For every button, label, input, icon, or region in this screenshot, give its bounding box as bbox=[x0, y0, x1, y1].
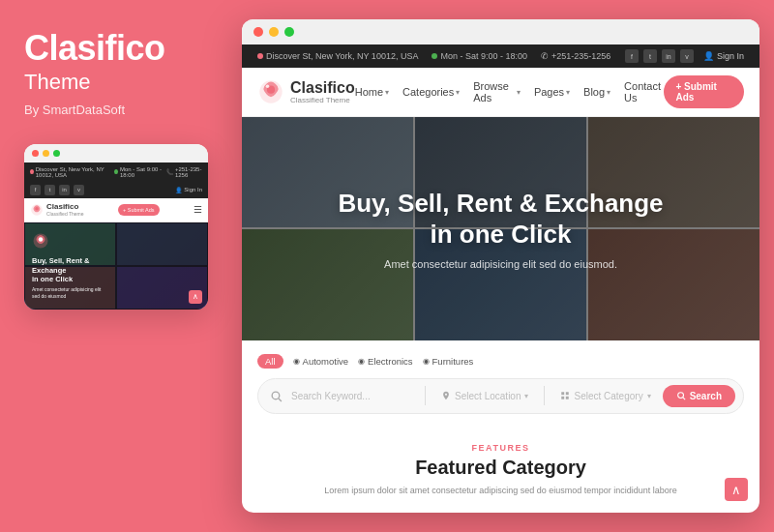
search-btn-icon bbox=[676, 391, 686, 400]
mini-social-icons: f t in v bbox=[30, 185, 84, 195]
mini-twitter-icon: t bbox=[45, 185, 55, 195]
nav-browse-ads[interactable]: Browse Ads ▾ bbox=[473, 80, 521, 103]
left-panel: Clasifico Theme By SmartDataSoft Discove… bbox=[0, 0, 232, 532]
social-icons: f t in v bbox=[625, 49, 694, 63]
filter-tabs: All ◉ Automotive ◉ Electronics ◉ Furnitu… bbox=[257, 354, 744, 369]
topbar-address: Discover St, New York, NY 10012, USA bbox=[257, 51, 418, 61]
brand-by: By SmartDataSoft bbox=[24, 103, 208, 117]
nav-pages[interactable]: Pages ▾ bbox=[534, 86, 570, 98]
site-hero: Buy, Sell, Rent & Exchangein one Click A… bbox=[242, 117, 759, 340]
mini-hours-dot bbox=[114, 169, 118, 174]
svg-line-14 bbox=[683, 398, 685, 399]
category-arrow: ▾ bbox=[647, 392, 651, 400]
search-row: Search Keyword... Select Location ▾ bbox=[257, 378, 744, 414]
browser-dot-green bbox=[284, 27, 294, 37]
svg-rect-11 bbox=[562, 397, 565, 399]
svg-point-6 bbox=[266, 84, 270, 88]
mini-hero-subtitle: Amet consectetur adipisicing elitsed do … bbox=[32, 286, 101, 299]
topbar-hours: Mon - Sat 9:00 - 18:00 bbox=[432, 51, 527, 61]
search-keyword-input[interactable]: Search Keyword... bbox=[291, 391, 415, 401]
location-icon bbox=[441, 391, 451, 400]
categories-arrow-icon: ▾ bbox=[456, 88, 460, 97]
svg-point-1 bbox=[35, 207, 39, 211]
mini-dot-red bbox=[32, 150, 39, 157]
submit-ads-button[interactable]: + Submit Ads bbox=[664, 75, 744, 108]
hero-subtitle: Amet consectetur adipisicing elit sed do… bbox=[384, 258, 617, 270]
furnitures-dot: ◉ bbox=[423, 357, 430, 366]
browser-dot-red bbox=[253, 27, 263, 37]
browser-window: Discover St, New York, NY 10012, USA Mon… bbox=[242, 19, 759, 513]
nav-logo: Clasifico Classified Theme bbox=[257, 78, 355, 105]
mini-phone: 📞 +251-235-1256 bbox=[166, 166, 202, 178]
site-topbar: Discover St, New York, NY 10012, USA Mon… bbox=[242, 44, 759, 68]
mini-logo-icon bbox=[30, 203, 44, 217]
svg-rect-12 bbox=[566, 397, 569, 399]
nav-links: Home ▾ Categories ▾ Browse Ads ▾ Pages ▾… bbox=[355, 80, 665, 103]
twitter-icon[interactable]: t bbox=[643, 49, 657, 63]
hero-title: Buy, Sell, Rent & Exchangein one Click bbox=[338, 188, 663, 251]
browser-dot-yellow bbox=[269, 27, 279, 37]
hero-content: Buy, Sell, Rent & Exchangein one Click A… bbox=[242, 117, 759, 340]
location-select[interactable]: Select Location ▾ bbox=[435, 391, 534, 401]
search-area: All ◉ Automotive ◉ Electronics ◉ Furnitu… bbox=[242, 340, 759, 428]
nav-contact[interactable]: Contact Us bbox=[624, 80, 664, 103]
nav-home[interactable]: Home ▾ bbox=[355, 86, 389, 98]
pages-arrow-icon: ▾ bbox=[566, 88, 570, 97]
browser-chrome bbox=[242, 19, 759, 44]
svg-rect-10 bbox=[566, 392, 569, 395]
search-icon bbox=[266, 386, 285, 405]
search-divider-1 bbox=[425, 386, 426, 405]
mini-address: Discover St, New York, NY 10012, USA bbox=[30, 166, 110, 178]
mini-social-bar: f t in v 👤 Sign In bbox=[24, 182, 208, 198]
electronics-dot: ◉ bbox=[358, 357, 365, 366]
mini-facebook-icon: f bbox=[30, 185, 41, 195]
mini-hero-text: Buy, Sell, Rent &Exchangein one Click Am… bbox=[32, 232, 101, 299]
filter-tab-electronics[interactable]: ◉ Electronics bbox=[358, 356, 412, 367]
mini-signin: 👤 Sign In bbox=[175, 187, 202, 193]
features-section: FEATURES Featured Category Lorem ipsum d… bbox=[242, 428, 759, 514]
mini-hero: Buy, Sell, Rent &Exchangein one Click Am… bbox=[24, 222, 208, 310]
mini-topbar: Discover St, New York, NY 10012, USA Mon… bbox=[24, 163, 208, 182]
user-icon: 👤 bbox=[703, 51, 714, 61]
features-label: FEATURES bbox=[261, 443, 740, 453]
svg-point-7 bbox=[272, 392, 280, 399]
site-topbar-right: f t in v 👤 Sign In bbox=[625, 49, 744, 63]
mini-logo-text-block: Clasifico Classified Theme bbox=[46, 203, 84, 217]
features-title: Featured Category bbox=[261, 457, 740, 479]
nav-logo-icon bbox=[257, 78, 284, 105]
site-navbar: Clasifico Classified Theme Home ▾ Catego… bbox=[242, 68, 759, 117]
mini-dot-yellow bbox=[43, 150, 49, 157]
signin-link[interactable]: 👤 Sign In bbox=[703, 51, 744, 61]
filter-tab-all[interactable]: All bbox=[257, 354, 283, 369]
features-desc: Lorem ipsum dolor sit amet consectetur a… bbox=[261, 485, 740, 498]
scroll-top-button[interactable]: ∧ bbox=[725, 478, 748, 501]
right-panel: Discover St, New York, NY 10012, USA Mon… bbox=[232, 0, 774, 532]
facebook-icon[interactable]: f bbox=[625, 49, 639, 63]
mini-navbar: Clasifico Classified Theme + Submit Ads … bbox=[24, 198, 208, 222]
filter-tab-automotive[interactable]: ◉ Automotive bbox=[293, 356, 349, 367]
svg-point-3 bbox=[39, 237, 44, 242]
svg-line-8 bbox=[278, 398, 281, 400]
brand-subtitle: Theme bbox=[24, 70, 208, 95]
mini-vimeo-icon: v bbox=[74, 185, 84, 195]
home-arrow-icon: ▾ bbox=[385, 88, 389, 97]
mini-logo: Clasifico Classified Theme bbox=[30, 203, 84, 217]
vimeo-icon[interactable]: v bbox=[680, 49, 694, 63]
mini-browser: Discover St, New York, NY 10012, USA Mon… bbox=[24, 144, 208, 310]
site-topbar-left: Discover St, New York, NY 10012, USA Mon… bbox=[257, 51, 610, 61]
category-select[interactable]: Select Category ▾ bbox=[554, 391, 656, 401]
mini-hamburger-icon[interactable]: ☰ bbox=[194, 204, 202, 215]
mini-scroll-top-btn[interactable]: ∧ bbox=[189, 290, 202, 304]
nav-blog[interactable]: Blog ▾ bbox=[583, 86, 610, 98]
mini-submit-btn[interactable]: + Submit Ads bbox=[118, 204, 160, 216]
search-divider-2 bbox=[544, 386, 545, 405]
mini-dot-green bbox=[53, 150, 60, 157]
mini-hero-logo-badge bbox=[32, 232, 101, 252]
blog-arrow-icon: ▾ bbox=[607, 88, 610, 97]
linkedin-icon[interactable]: in bbox=[662, 49, 675, 63]
search-button[interactable]: Search bbox=[663, 385, 735, 407]
nav-categories[interactable]: Categories ▾ bbox=[402, 86, 460, 98]
filter-tab-furnitures[interactable]: ◉ Furnitures bbox=[423, 356, 474, 367]
svg-rect-9 bbox=[562, 392, 565, 395]
mini-address-dot bbox=[30, 169, 34, 174]
